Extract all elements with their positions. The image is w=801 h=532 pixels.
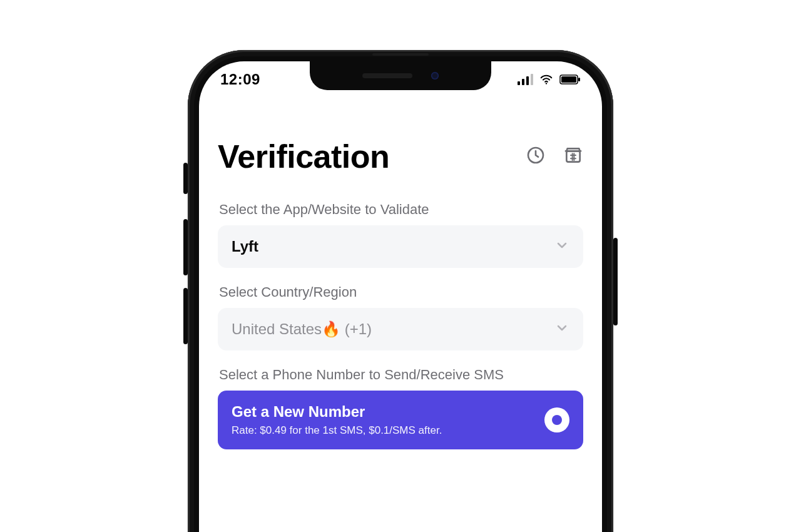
status-right xyxy=(518,73,581,86)
signal-icon xyxy=(518,74,533,85)
app-select-label: Select the App/Website to Validate xyxy=(219,202,582,218)
phone-number-label: Select a Phone Number to Send/Receive SM… xyxy=(219,367,582,383)
country-select[interactable]: United States🔥 (+1) xyxy=(218,308,583,350)
svg-rect-3 xyxy=(578,78,580,81)
number-archive-icon[interactable] xyxy=(563,145,583,168)
phone-frame: 12:09 xyxy=(188,50,613,532)
svg-rect-2 xyxy=(561,76,576,83)
status-time: 12:09 xyxy=(220,71,260,88)
country-select-value: United States🔥 (+1) xyxy=(232,320,372,338)
radio-selected-icon xyxy=(544,407,569,432)
get-new-number-button[interactable]: Get a New Number Rate: $0.49 for the 1st… xyxy=(218,391,583,449)
chevron-down-icon xyxy=(554,238,569,255)
svg-point-0 xyxy=(546,83,547,84)
wifi-icon xyxy=(539,73,553,86)
page-title: Verification xyxy=(218,138,389,175)
country-select-label: Select Country/Region xyxy=(219,284,582,300)
side-button-vol-down xyxy=(183,288,188,344)
chevron-down-icon xyxy=(554,320,569,338)
side-button-vol-up xyxy=(183,219,188,275)
app-select-value: Lyft xyxy=(232,238,258,255)
page-header: Verification xyxy=(218,138,583,175)
side-button-mute xyxy=(183,163,188,194)
side-button-power xyxy=(613,238,618,325)
screen: 12:09 xyxy=(199,61,602,532)
status-bar: 12:09 xyxy=(199,61,602,98)
cta-subtitle: Rate: $0.49 for the 1st SMS, $0.1/SMS af… xyxy=(232,424,442,437)
history-icon[interactable] xyxy=(526,145,546,168)
battery-icon xyxy=(559,74,581,84)
cta-text: Get a New Number Rate: $0.49 for the 1st… xyxy=(232,403,442,437)
svg-rect-5 xyxy=(566,151,579,161)
cta-title: Get a New Number xyxy=(232,403,442,421)
app-select[interactable]: Lyft xyxy=(218,225,583,268)
